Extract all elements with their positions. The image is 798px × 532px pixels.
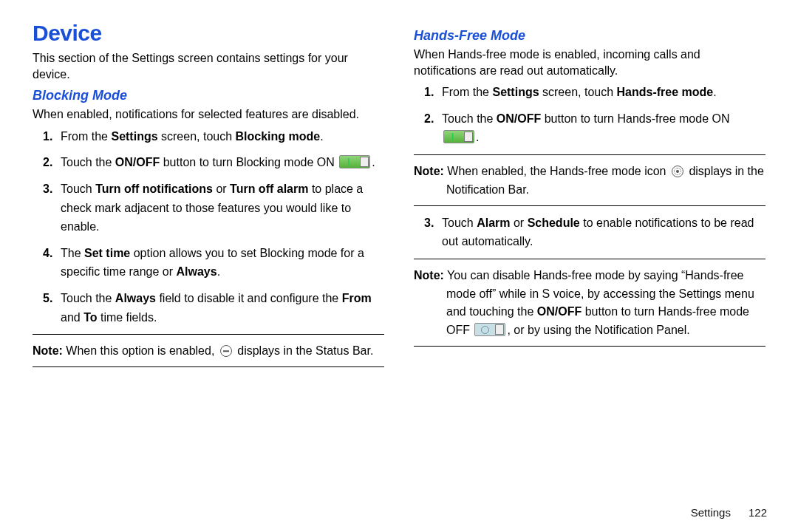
t: The xyxy=(61,247,84,259)
t: ON/OFF xyxy=(115,156,160,168)
t: displays in the Status Bar. xyxy=(234,344,374,357)
t: or xyxy=(213,183,230,195)
t: . xyxy=(320,130,323,143)
right-column: Hands-Free Mode When Hands-free mode is … xyxy=(402,21,771,520)
t: ON/OFF xyxy=(537,305,582,318)
divider xyxy=(33,334,384,335)
t: When enabled, the Hands-free mode icon xyxy=(444,165,669,177)
t: . xyxy=(217,265,220,278)
heading-device: Device xyxy=(33,21,384,46)
handsfree-desc: When Hands-free mode is enabled, incomin… xyxy=(414,47,765,78)
step-2: Touch the ON/OFF button to turn Hands-fr… xyxy=(427,109,765,147)
step-2: Touch the ON/OFF button to turn Blocking… xyxy=(46,153,384,172)
t: . xyxy=(476,131,479,143)
blocking-steps: From the Settings screen, touch Blocking… xyxy=(46,127,384,327)
page-footer: Settings122 xyxy=(691,506,767,519)
step-3: Touch Turn off notifications or Turn off… xyxy=(46,180,384,236)
step-5: Touch the Always field to disable it and… xyxy=(46,289,384,327)
divider xyxy=(414,154,765,155)
intro-text: This section of the Settings screen cont… xyxy=(33,50,384,82)
t: Settings xyxy=(492,86,539,98)
divider xyxy=(33,366,384,367)
t: Turn off notifications xyxy=(95,183,213,195)
note-label: Note: xyxy=(414,269,444,282)
t: To xyxy=(83,311,97,324)
step-4: The Set time option allows you to set Bl… xyxy=(46,244,384,282)
handsfree-note-1: Note: When enabled, the Hands-free mode … xyxy=(414,163,765,200)
handsfree-steps-a: From the Settings screen, touch Hands-fr… xyxy=(427,83,765,147)
t: Set time xyxy=(84,247,130,259)
footer-section: Settings xyxy=(691,506,731,519)
t: Touch xyxy=(61,183,95,195)
toggle-off-icon xyxy=(474,323,505,336)
blocking-mode-icon xyxy=(220,345,232,357)
t: From the xyxy=(442,86,492,98)
t: Turn off alarm xyxy=(230,183,308,195)
t: Always xyxy=(177,265,217,278)
note-label: Note: xyxy=(414,165,444,177)
t: button to turn Blocking mode ON xyxy=(160,156,338,168)
t: and xyxy=(61,311,83,324)
t: . xyxy=(372,156,375,168)
t: Touch the xyxy=(61,292,115,304)
t: Settings xyxy=(111,130,157,143)
t: When this option is enabled, xyxy=(63,344,218,357)
t: or xyxy=(511,216,528,229)
footer-page-number: 122 xyxy=(748,506,767,519)
step-3: Touch Alarm or Schedule to enable notifi… xyxy=(427,214,765,251)
t: screen, touch xyxy=(158,130,236,143)
t: Touch the xyxy=(61,156,115,168)
t: Always xyxy=(115,292,156,304)
blocking-desc: When enabled, notifications for selected… xyxy=(33,106,384,123)
heading-hands-free: Hands-Free Mode xyxy=(414,28,765,44)
heading-blocking-mode: Blocking Mode xyxy=(33,88,384,103)
t: screen, touch xyxy=(539,86,617,98)
step-1: From the Settings screen, touch Blocking… xyxy=(46,127,384,146)
left-column: Device This section of the Settings scre… xyxy=(33,21,402,520)
t: button to turn Hands-free mode ON xyxy=(541,112,729,125)
t: From xyxy=(342,292,372,304)
t: ON/OFF xyxy=(497,112,541,125)
divider xyxy=(414,205,765,206)
t: . xyxy=(713,86,716,98)
t: Touch xyxy=(442,216,477,229)
t: Hands-free mode xyxy=(617,86,714,98)
note-label: Note: xyxy=(33,344,63,357)
t: Blocking mode xyxy=(236,130,321,143)
t: , or by using the Notification Panel. xyxy=(507,324,689,336)
blocking-note: Note: When this option is enabled, displ… xyxy=(33,342,384,361)
t: Touch the xyxy=(442,112,497,125)
divider xyxy=(414,346,765,347)
handsfree-note-2: Note: You can disable Hands-free mode by… xyxy=(414,267,765,340)
toggle-on-icon xyxy=(443,130,474,143)
t: Schedule xyxy=(528,216,580,229)
step-1: From the Settings screen, touch Hands-fr… xyxy=(427,83,765,102)
hands-free-icon xyxy=(672,166,683,177)
t: field to disable it and configure the xyxy=(156,292,342,304)
manual-page: Device This section of the Settings scre… xyxy=(0,0,798,532)
t: Alarm xyxy=(477,216,510,229)
divider xyxy=(414,259,765,259)
handsfree-steps-b: Touch Alarm or Schedule to enable notifi… xyxy=(427,214,765,251)
t: time fields. xyxy=(98,311,157,324)
toggle-on-icon xyxy=(339,155,370,168)
t: From the xyxy=(61,130,111,143)
